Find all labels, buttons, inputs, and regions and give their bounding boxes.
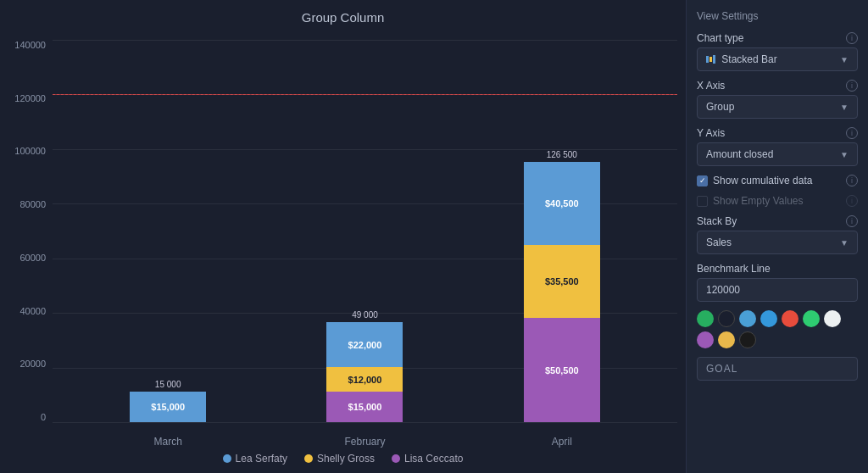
stack-by-section: Stack By i Sales ▼	[697, 215, 858, 254]
legend-dot	[392, 454, 400, 463]
bar-segment[interactable]: $50,500	[524, 318, 600, 422]
bar-stack: $15,000	[130, 392, 206, 422]
show-cumulative-checkbox[interactable]: ✓	[697, 175, 708, 186]
y-axis-label: 60000	[19, 253, 46, 263]
color-swatch[interactable]	[718, 331, 735, 348]
empty-info-icon[interactable]: i	[846, 195, 858, 207]
y-axis-chevron-icon: ▼	[840, 150, 849, 159]
color-swatch[interactable]	[697, 310, 714, 327]
x-axis-dropdown[interactable]: Group ▼	[697, 95, 858, 119]
stack-by-info-icon[interactable]: i	[846, 215, 858, 227]
legend-dot	[304, 454, 313, 463]
bar-total-label: 15 000	[155, 380, 181, 389]
y-axis-label: 20000	[19, 359, 46, 369]
bar-segment[interactable]: $12,000	[326, 367, 403, 392]
x-axis-chevron-icon: ▼	[840, 103, 849, 112]
bar-segment[interactable]: $22,000	[326, 322, 403, 367]
y-axis-label: 0	[41, 412, 46, 422]
y-axis-label: Y Axis i	[697, 127, 858, 139]
y-axis-label: 80000	[19, 199, 46, 209]
y-axis-label: 140000	[14, 40, 46, 50]
x-axis-info-icon[interactable]: i	[846, 80, 858, 92]
legend-item: Lea Serfaty	[223, 453, 287, 465]
x-axis-label: X Axis i	[697, 80, 858, 92]
y-axis-section: Y Axis i Amount closed ▼	[697, 127, 858, 166]
bar-segment[interactable]: $15,000	[130, 392, 206, 422]
x-axis-label: February	[326, 436, 403, 448]
legend-item: Shelly Gross	[304, 453, 375, 465]
y-axis-label: 100000	[14, 146, 46, 156]
legend-label: Lisa Ceccato	[404, 453, 463, 465]
benchmark-input[interactable]	[697, 278, 858, 302]
show-empty-row[interactable]: Show Empty Values i	[697, 195, 858, 207]
chart-type-chevron-icon: ▼	[840, 55, 849, 64]
bar-group: 49 000$15,000$12,000$22,000	[326, 310, 403, 422]
stack-by-chevron-icon: ▼	[840, 238, 849, 248]
x-axis-section: X Axis i Group ▼	[697, 80, 858, 119]
y-axis-label: 40000	[19, 306, 46, 316]
bar-stack: $15,000$12,000$22,000	[326, 322, 403, 422]
color-swatch[interactable]	[760, 310, 777, 327]
legend-label: Shelly Gross	[317, 453, 375, 465]
grid-line	[53, 422, 677, 423]
chart-legend: Lea SerfatyShelly GrossLisa Ceccato	[8, 453, 677, 465]
bars-area: 15 000$15,00049 000$15,000$12,000$22,000…	[53, 40, 677, 422]
bar-stack: $50,500$35,500$40,500	[524, 162, 600, 422]
y-axis-label: 120000	[14, 93, 46, 103]
bar-segment[interactable]: $15,000	[326, 392, 403, 422]
show-cumulative-row[interactable]: ✓ Show cumulative data i	[697, 175, 858, 186]
bar-group: 126 500$50,500$35,500$40,500	[524, 150, 600, 422]
chart-area: Group Column 140000120000100000800006000…	[0, 0, 686, 473]
x-axis-label: March	[130, 436, 206, 448]
bar-total-label: 126 500	[547, 150, 577, 159]
legend-item: Lisa Ceccato	[392, 453, 463, 465]
benchmark-label: Benchmark Line	[697, 263, 858, 275]
goal-button[interactable]: GOAL	[697, 357, 858, 381]
chart-type-info-icon[interactable]: i	[846, 32, 858, 44]
stack-by-label: Stack By i	[697, 215, 858, 227]
show-empty-checkbox[interactable]	[697, 196, 708, 207]
chart-type-section: Chart type i Stacked Bar ▼	[697, 32, 858, 71]
y-axis-info-icon[interactable]: i	[846, 127, 858, 139]
x-axis-labels: MarchFebruaryApril	[53, 436, 677, 448]
y-axis: 140000120000100000800006000040000200000	[8, 31, 53, 448]
stack-by-dropdown[interactable]: Sales ▼	[697, 231, 858, 254]
sidebar-title: View Settings	[697, 10, 858, 22]
color-swatch[interactable]	[782, 310, 798, 327]
chart-type-label: Chart type i	[697, 32, 858, 44]
chart-type-dropdown[interactable]: Stacked Bar ▼	[697, 47, 858, 71]
bar-segment[interactable]: $40,500	[524, 162, 600, 245]
chart-inner: 15 000$15,00049 000$15,000$12,000$22,000…	[53, 31, 677, 448]
color-swatch[interactable]	[803, 310, 820, 327]
legend-label: Lea Serfaty	[236, 453, 287, 465]
legend-dot	[223, 454, 231, 463]
benchmark-section: Benchmark Line	[697, 263, 858, 302]
bar-segment[interactable]: $35,500	[524, 245, 600, 318]
cumulative-info-icon[interactable]: i	[846, 175, 858, 186]
color-swatch[interactable]	[697, 331, 714, 348]
stacked-bar-icon	[706, 55, 715, 64]
y-axis-dropdown[interactable]: Amount closed ▼	[697, 142, 858, 166]
color-swatch[interactable]	[824, 310, 841, 327]
x-axis-label: April	[524, 436, 600, 448]
color-swatch[interactable]	[739, 310, 756, 327]
chart-title: Group Column	[8, 10, 677, 25]
bar-group: 15 000$15,000	[130, 380, 206, 422]
color-swatch[interactable]	[739, 331, 756, 348]
chart-container: 140000120000100000800006000040000200000 …	[8, 31, 677, 448]
color-swatches	[697, 310, 858, 348]
color-swatch[interactable]	[718, 310, 735, 327]
view-settings-sidebar: View Settings Chart type i Stacked Bar ▼…	[686, 0, 868, 473]
bar-total-label: 49 000	[352, 310, 378, 320]
